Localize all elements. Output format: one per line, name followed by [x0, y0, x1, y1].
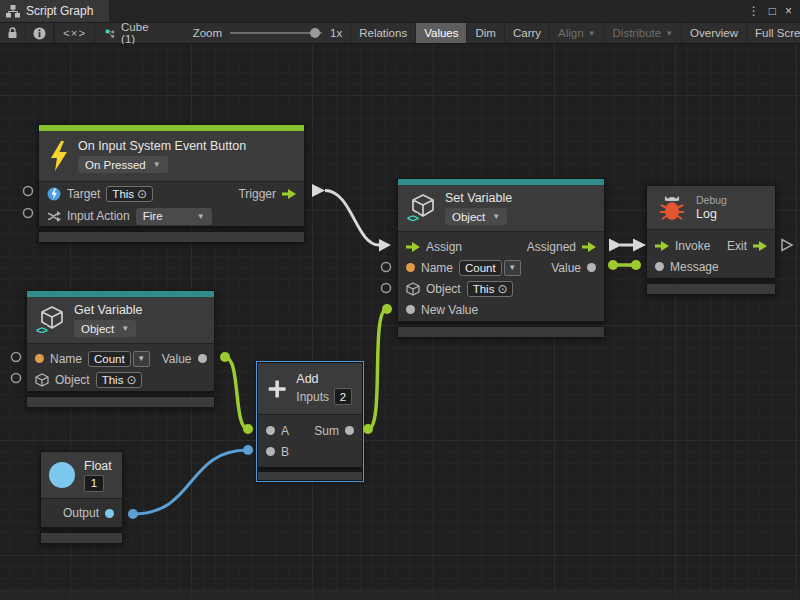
values-label: Values [424, 27, 458, 39]
overview-label: Overview [690, 27, 738, 39]
assigned-output-port[interactable] [582, 242, 596, 252]
node-footer [38, 231, 305, 243]
target-icon: ⊙ [126, 374, 136, 386]
node-get-variable[interactable]: <> Get Variable Object ▼ Name [26, 290, 215, 408]
port-label-invoke: Invoke [675, 239, 710, 253]
variable-kind-dropdown[interactable]: Object ▼ [74, 320, 136, 337]
message-input-port[interactable] [655, 262, 664, 271]
info-icon [33, 27, 46, 40]
variable-name-value: Count [465, 262, 496, 274]
port-label-value: Value [162, 352, 192, 366]
cube-icon [35, 373, 49, 387]
chevron-down-icon: ▼ [492, 212, 500, 221]
chevron-down-icon: ▼ [121, 324, 129, 333]
output-port[interactable] [105, 509, 114, 518]
node-title: Get Variable [74, 303, 143, 317]
carry-label: Carry [513, 27, 541, 39]
a-input-port[interactable] [266, 426, 275, 435]
trigger-output-port[interactable] [282, 189, 296, 199]
variable-kind-dropdown[interactable]: Object ▼ [445, 208, 507, 225]
window-menu-icon[interactable]: ⋮ [748, 4, 760, 18]
node-on-input-system-event[interactable]: On Input System Event Button On Pressed … [38, 124, 305, 243]
port-label-new-value: New Value [421, 303, 478, 317]
port-label-object: Object [426, 282, 461, 296]
zoom-slider-track [230, 32, 322, 34]
object-value: This [102, 374, 124, 386]
overview-button[interactable]: Overview [682, 23, 747, 43]
script-graph-window: Script Graph ⋮ □ × <×> [0, 0, 800, 600]
tab-title: Script Graph [26, 4, 93, 18]
node-title: Log [696, 207, 727, 221]
name-input-port[interactable] [406, 263, 415, 272]
node-set-variable[interactable]: <> Set Variable Object ▼ [397, 178, 605, 338]
node-float[interactable]: Float 1 Output [40, 451, 123, 544]
variable-name-dropdown[interactable]: Count ▼ [459, 260, 521, 276]
zoom-slider-handle[interactable] [310, 28, 320, 38]
align-button[interactable]: Align ▼ [550, 23, 605, 43]
float-value-field[interactable]: 1 [84, 475, 104, 492]
chevron-down-icon: ▼ [133, 351, 150, 367]
node-footer [646, 283, 776, 295]
port-label-target: Target [67, 187, 100, 201]
node-title: On Input System Event Button [78, 139, 246, 153]
object-self-toggle[interactable]: This ⊙ [96, 372, 143, 388]
variable-name-dropdown[interactable]: Count ▼ [88, 351, 150, 367]
exit-output-port[interactable] [753, 241, 767, 251]
close-icon[interactable]: × [785, 4, 792, 18]
port-label-message: Message [670, 260, 719, 274]
cube-icon [406, 282, 420, 296]
plus-icon [268, 376, 286, 402]
tab-bar: Script Graph ⋮ □ × [0, 0, 800, 22]
port-label-value: Value [551, 261, 581, 275]
b-input-port[interactable] [266, 447, 275, 456]
event-mode-dropdown[interactable]: On Pressed ▼ [78, 156, 168, 173]
wire-value-to-message [608, 260, 641, 270]
node-title: Set Variable [445, 191, 512, 205]
new-value-input-port[interactable] [406, 305, 415, 314]
chevron-down-icon: ▼ [504, 260, 521, 276]
node-add[interactable]: Add Inputs 2 A Sum [257, 362, 363, 481]
carry-button[interactable]: Carry [505, 23, 550, 43]
sum-output-port[interactable] [345, 426, 354, 435]
node-footer [257, 471, 363, 481]
port-label-assigned: Assigned [527, 240, 576, 254]
node-footer [397, 326, 605, 338]
graph-target[interactable]: Cube (1) [95, 23, 163, 43]
name-input-port[interactable] [35, 354, 44, 363]
node-footer [26, 396, 215, 408]
value-output-port[interactable] [198, 354, 207, 363]
inputs-count-field[interactable]: 2 [334, 388, 352, 405]
assign-input-port[interactable] [406, 242, 420, 252]
zoom-slider[interactable] [230, 28, 322, 38]
target-self-toggle[interactable]: This ⊙ [106, 186, 153, 202]
variable-name-value: Count [94, 353, 125, 365]
graph-icon [6, 5, 20, 18]
tab-script-graph[interactable]: Script Graph [0, 0, 109, 22]
values-button[interactable]: Values [416, 23, 467, 43]
window-controls: ⋮ □ × [748, 4, 800, 18]
input-action-icon [47, 210, 61, 223]
zoom-label: Zoom [193, 27, 222, 39]
variable-kind-value: Object [452, 211, 485, 223]
edit-unit-button[interactable]: <×> [55, 23, 95, 43]
invoke-input-port[interactable] [655, 241, 669, 251]
target-icon: ⊙ [137, 188, 147, 200]
lock-button[interactable] [0, 23, 26, 43]
node-debug-log[interactable]: Debug Log Invoke Exit [646, 185, 776, 295]
graph-canvas[interactable]: On Input System Event Button On Pressed … [0, 44, 800, 600]
dim-button[interactable]: Dim [467, 23, 504, 43]
value-output-port[interactable] [587, 263, 596, 272]
object-variable-icon: <> [408, 193, 436, 223]
fullscreen-button[interactable]: Full Screen [747, 23, 800, 43]
input-action-dropdown[interactable]: Fire ▼ [136, 208, 212, 225]
inputs-label: Inputs [296, 390, 329, 404]
distribute-button[interactable]: Distribute ▼ [605, 23, 683, 43]
maximize-icon[interactable]: □ [769, 4, 776, 18]
chevron-down-icon: ▼ [665, 29, 673, 38]
angle-x-icon: <×> [63, 27, 86, 39]
object-self-toggle[interactable]: This ⊙ [467, 281, 514, 297]
port-label-trigger: Trigger [238, 187, 276, 201]
inspect-button[interactable] [26, 23, 54, 43]
relations-button[interactable]: Relations [350, 23, 416, 43]
lightning-bolt-icon [49, 141, 69, 171]
